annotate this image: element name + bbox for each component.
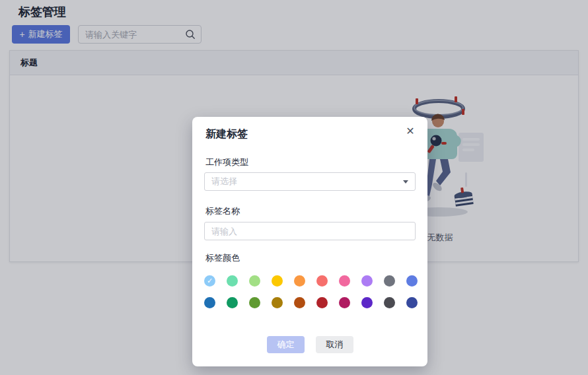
tag-color-label: 标签颜色	[205, 252, 240, 264]
confirm-button[interactable]: 确定	[267, 336, 305, 353]
color-swatch-5e7ce2[interactable]	[406, 275, 418, 287]
color-swatch-a2df85[interactable]	[249, 275, 260, 287]
tag-name-input[interactable]	[204, 222, 416, 240]
color-swatch-b24e10[interactable]	[294, 297, 305, 308]
select-placeholder: 请选择	[211, 173, 237, 190]
color-swatch-row-1: ✓	[204, 275, 418, 287]
color-swatch-109a62[interactable]	[227, 297, 238, 308]
modal-title: 新建标签	[205, 127, 248, 141]
color-swatch-row-2	[204, 297, 418, 308]
color-swatch-8dcbf8[interactable]: ✓	[204, 275, 215, 287]
close-icon[interactable]: ✕	[402, 123, 418, 139]
work-item-type-select[interactable]: 请选择	[204, 172, 416, 191]
cancel-button[interactable]: 取消	[316, 336, 353, 353]
create-tag-modal: 新建标签 ✕ 工作项类型 请选择 标签名称 标签颜色 ✓ 确定 取消	[192, 117, 427, 366]
color-swatch-4b4b52[interactable]	[384, 297, 395, 308]
color-swatch-36499e[interactable]	[406, 297, 418, 308]
check-icon: ✓	[207, 277, 213, 285]
color-swatch-b01b61[interactable]	[339, 297, 350, 308]
work-item-type-label: 工作项类型	[205, 156, 248, 168]
color-swatch-a87e0a[interactable]	[272, 297, 283, 308]
color-swatch-b1232a[interactable]	[316, 297, 328, 308]
chevron-down-icon	[403, 180, 408, 184]
color-swatch-fa9841[interactable]	[294, 275, 305, 287]
color-swatch-70747e[interactable]	[384, 275, 395, 287]
color-swatch-fcc800[interactable]	[272, 275, 283, 287]
color-swatch-f66f6c[interactable]	[316, 275, 328, 287]
tag-name-label: 标签名称	[205, 205, 240, 217]
color-swatch-f1689e[interactable]	[339, 275, 350, 287]
color-swatch-5c27c8[interactable]	[361, 297, 373, 308]
color-swatch-5f9a31[interactable]	[249, 297, 260, 308]
tag-management-page: 标签管理 + 新建标签 标题	[0, 0, 588, 375]
color-swatch-1e70b4[interactable]	[204, 297, 215, 308]
color-swatch-ac7cf4[interactable]	[361, 275, 373, 287]
color-swatch-6cdfae[interactable]	[227, 275, 238, 287]
